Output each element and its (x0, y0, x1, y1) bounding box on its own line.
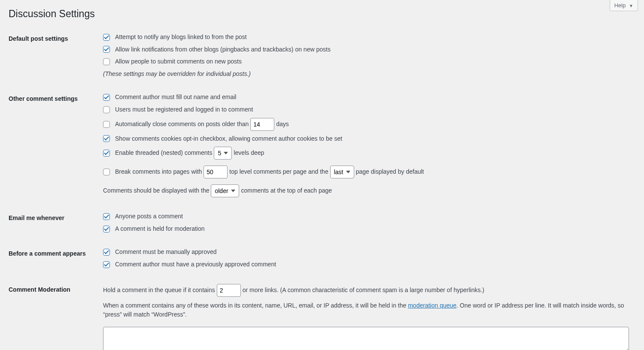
email-on-comment-label: Anyone posts a comment (115, 212, 183, 221)
notify-blogs-label: Attempt to notify any blogs linked to fr… (115, 33, 247, 42)
hold-queue-pre: Hold a comment in the queue if it contai… (103, 286, 215, 295)
allow-comments-label: Allow people to submit comments on new p… (115, 57, 242, 66)
require-registration-checkbox[interactable] (103, 106, 110, 113)
prev-approved-label: Comment author must have a previously ap… (115, 260, 276, 269)
notify-blogs-checkbox[interactable] (103, 34, 110, 41)
email-on-comment-checkbox[interactable] (103, 213, 110, 220)
email-on-moderation-checkbox[interactable] (103, 226, 110, 232)
settings-table: Default post settings Attempt to notify … (9, 27, 635, 350)
comment-order-select[interactable]: older (211, 184, 239, 197)
allow-pingbacks-checkbox[interactable] (103, 46, 110, 53)
paginate-label-b: top level comments per page and the (229, 168, 328, 176)
manual-approve-checkbox[interactable] (103, 249, 110, 256)
paginate-label-c: page displayed by default (356, 168, 424, 176)
prev-approved-checkbox[interactable] (103, 261, 110, 268)
content-area: Discussion Settings Default post setting… (0, 0, 644, 350)
section-heading-email: Email me whenever (9, 206, 103, 241)
caret-down-icon: ▼ (629, 3, 633, 8)
help-label: Help (614, 2, 626, 9)
autoclose-label-pre: Automatically close comments on posts ol… (115, 120, 249, 129)
autoclose-checkbox[interactable] (103, 121, 110, 128)
cookies-optin-label: Show comments cookies opt-in checkbox, a… (115, 135, 342, 143)
paginate-label-a: Break comments into pages with (115, 168, 202, 176)
thread-depth-select[interactable]: 5 (214, 147, 232, 160)
email-on-moderation-label: A comment is held for moderation (115, 225, 205, 233)
autoclose-days-input[interactable] (250, 118, 274, 131)
autoclose-label-post: days (276, 120, 289, 129)
hold-queue-post: or more links. (A common characteristic … (243, 286, 484, 295)
require-name-email-checkbox[interactable] (103, 94, 110, 101)
cookies-optin-checkbox[interactable] (103, 135, 110, 142)
default-page-select[interactable]: last (330, 166, 354, 178)
threaded-comments-label-post: levels deep (234, 149, 264, 157)
threaded-comments-checkbox[interactable] (103, 150, 110, 157)
moderation-keys-textarea[interactable] (103, 327, 629, 350)
default-post-note: (These settings may be overridden for in… (103, 70, 631, 78)
comment-order-label-pre: Comments should be displayed with the (103, 187, 209, 195)
allow-comments-checkbox[interactable] (103, 58, 110, 65)
page-title: Discussion Settings (9, 4, 635, 21)
max-links-input[interactable] (217, 284, 241, 297)
allow-pingbacks-label: Allow link notifications from other blog… (115, 45, 331, 54)
section-heading-default-post: Default post settings (9, 27, 103, 87)
section-heading-moderation: Comment Moderation (9, 278, 103, 350)
comments-per-page-input[interactable] (204, 166, 228, 178)
paginate-comments-checkbox[interactable] (103, 169, 110, 175)
section-heading-other-comments: Other comment settings (9, 87, 103, 206)
require-registration-label: Users must be registered and logged in t… (115, 106, 253, 114)
manual-approve-label: Comment must be manually approved (115, 248, 217, 256)
require-name-email-label: Comment author must fill out name and em… (115, 93, 236, 102)
help-tab[interactable]: Help ▼ (610, 0, 638, 11)
threaded-comments-label-pre: Enable threaded (nested) comments (115, 149, 212, 157)
moderation-queue-link[interactable]: moderation queue (408, 302, 456, 309)
comment-order-label-post: comments at the top of each page (241, 187, 332, 195)
section-heading-before-appears: Before a comment appears (9, 241, 103, 277)
moderation-desc-a: When a comment contains any of these wor… (103, 302, 408, 309)
